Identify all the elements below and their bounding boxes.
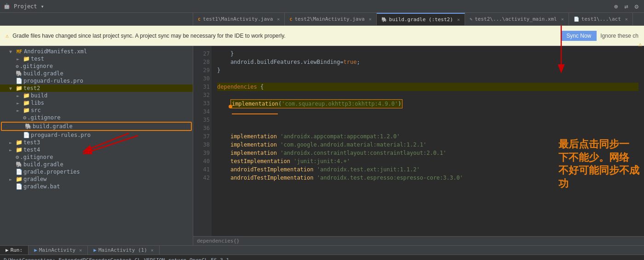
java-file-icon: c <box>289 17 292 22</box>
tree-item-label: proguard-rules.pro <box>31 132 91 138</box>
bottom-tab-label: MainActivity <box>39 247 75 253</box>
tree-item-test3-folder[interactable]: ► 📁 test3 <box>0 139 193 146</box>
code-line-material: implementation 'com.google.android.mater… <box>217 141 638 149</box>
code-editor: 27 28 29 30 31 32 33 34 35 36 37 38 39 4… <box>193 46 644 245</box>
sync-icon[interactable]: ⇄ <box>622 2 630 11</box>
chevron-icon: ▼ <box>9 86 15 91</box>
code-line <box>217 91 638 99</box>
tree-item-build-gradle-global[interactable]: 🐘 build.gradle <box>0 161 193 168</box>
chevron-icon: ► <box>17 93 22 98</box>
bottom-tab-run[interactable]: ▶ Run: <box>0 246 29 254</box>
close-tab-icon[interactable]: ✕ <box>457 17 460 22</box>
tab-label: test2\MainActivity.java <box>294 16 364 22</box>
tree-item-build-gradle-test2[interactable]: 🐘 build.gradle <box>1 122 192 131</box>
tab-bar: c test1\MainActivity.java ✕ c test2\Main… <box>0 13 644 26</box>
tree-item-label: test <box>31 56 44 62</box>
folder-icon: 📁 <box>16 176 23 182</box>
tree-item-test4-folder[interactable]: ► 📁 test4 <box>0 146 193 153</box>
tree-item-label: build.gradle <box>23 161 63 168</box>
tab-label: test1\...\act <box>581 16 621 22</box>
tree-item-gitignore-root[interactable]: ⚙ .gitignore <box>0 62 193 70</box>
dropdown-arrow: ▾ <box>41 3 44 10</box>
code-line <box>217 74 638 83</box>
close-tab-icon[interactable]: ✕ <box>369 17 372 22</box>
code-line-espresso: androidTestImplementation 'androidx.test… <box>217 174 638 182</box>
code-line: } <box>217 66 638 74</box>
pro-file-icon: 📄 <box>23 132 30 138</box>
ignore-button[interactable]: Ignore these ch <box>600 33 638 39</box>
run-config-icon: ▶ <box>34 247 37 253</box>
breadcrumb-text: dependencies{} <box>197 238 240 244</box>
tree-item-gradlew[interactable]: ► 📁 gradlew <box>0 175 193 183</box>
code-line: android.buildFeatures.viewBinding=true; <box>217 58 638 66</box>
bottom-log-content: D/HostConnection: ExtendedRCEncoderConte… <box>0 255 644 260</box>
tree-item-proguard-root[interactable]: 📄 proguard-rules.pro <box>0 77 193 85</box>
tree-item-androidmanifest[interactable]: ▼ MF AndroidManifest.xml <box>0 48 193 55</box>
chevron-icon: ► <box>9 177 15 182</box>
tree-item-build-folder[interactable]: ► 📁 build <box>0 92 193 99</box>
tree-item-label: libs <box>31 100 44 106</box>
close-tab-icon[interactable]: ✕ <box>561 17 564 22</box>
close-tab-icon[interactable]: ✕ <box>277 17 280 22</box>
folder-icon: 📁 <box>16 147 23 153</box>
tree-item-gitignore-global[interactable]: ⚙ .gitignore <box>0 153 193 161</box>
git-icon: ⚙ <box>16 63 19 69</box>
top-bar: 🤖 Project ▾ ⊕ ⇄ ⚙ <box>0 0 644 13</box>
app-logo: 🤖 <box>4 3 10 9</box>
folder-icon: 📁 <box>23 100 30 106</box>
file-tree: ▼ MF AndroidManifest.xml ► 📁 test ⚙ .git… <box>0 46 193 245</box>
log-line-gl: D/HostConnection: ExtendedRCEncoderConte… <box>4 257 640 260</box>
close-tab-icon[interactable]: ✕ <box>625 17 628 22</box>
tree-item-label: test4 <box>23 147 40 153</box>
git-icon: ⚙ <box>23 114 26 121</box>
code-line <box>217 124 638 132</box>
java-file-icon: c <box>198 17 201 22</box>
tree-item-label: .gitignore <box>27 114 60 121</box>
pro-file-icon: 📄 <box>16 78 23 84</box>
tab-build-gradle-test2[interactable]: 🐘 build.gradle (:test2) ✕ <box>377 13 465 25</box>
bottom-tab-bar: ▶ Run: ▶ MainActivity ✕ ▶ MainActivity (… <box>0 246 644 255</box>
sync-now-button[interactable]: Sync Now <box>561 31 597 41</box>
top-icons: ⊕ ⇄ ⚙ <box>612 2 640 11</box>
tab-activity-main-xml[interactable]: ✎ test2\...\activity_main.xml ✕ <box>465 13 569 25</box>
tree-item-libs-folder[interactable]: ► 📁 libs <box>0 99 193 107</box>
tree-item-gradle-properties[interactable]: 📄 gradle.properties <box>0 168 193 175</box>
bottom-tab-mainactivity-1[interactable]: ▶ MainActivity (1) ✕ <box>88 246 160 254</box>
tree-item-gradlew-bat[interactable]: 📄 gradlew.bat <box>0 183 193 190</box>
tab-mainactivity-test2[interactable]: c test2\MainActivity.java ✕ <box>285 13 376 25</box>
tree-item-build-gradle-root[interactable]: 🐘 build.gradle <box>0 70 193 77</box>
tab-label: test2\...\activity_main.xml <box>475 16 557 22</box>
code-area[interactable]: 27 28 29 30 31 32 33 34 35 36 37 38 39 4… <box>193 46 644 236</box>
project-dropdown[interactable]: Project <box>14 3 37 10</box>
sync-banner-text: Gradle files have changed since last pro… <box>12 33 557 39</box>
tree-item-proguard-test2[interactable]: 📄 proguard-rules.pro <box>0 131 193 139</box>
bottom-tab-mainactivity[interactable]: ▶ MainActivity ✕ <box>29 246 88 254</box>
chevron-icon: ► <box>9 140 15 145</box>
tree-item-test[interactable]: ► 📁 test <box>0 55 193 62</box>
tab-label: build.gradle (:test2) <box>389 17 453 23</box>
sync-warning-icon: ⚠ <box>6 33 9 39</box>
tree-item-test2-folder[interactable]: ▼ 📁 test2 <box>0 85 193 92</box>
tab-mainactivity-test1[interactable]: c test1\MainActivity.java ✕ <box>193 13 285 25</box>
gradle-file-icon: 🐘 <box>16 70 23 77</box>
add-module-icon[interactable]: ⊕ <box>612 2 620 11</box>
tree-item-src-folder[interactable]: ► 📁 src <box>0 107 193 114</box>
manifest-icon: MF <box>16 49 23 54</box>
tree-item-label: test3 <box>23 139 40 146</box>
gradle-icon: 🐘 <box>381 17 387 22</box>
tree-item-label: src <box>31 107 41 113</box>
code-line-dependencies: dependencies { <box>217 83 638 91</box>
tree-item-label: proguard-rules.pro <box>23 78 83 84</box>
tree-item-label: .gitignore <box>20 63 53 69</box>
settings-icon[interactable]: ⚙ <box>633 2 640 11</box>
bat-file-icon: 📄 <box>16 183 23 190</box>
folder-icon: 📁 <box>16 139 23 146</box>
tab-test1-act[interactable]: 📄 test1\...\act ✕ <box>569 13 633 25</box>
close-tab-icon[interactable]: ✕ <box>79 248 82 253</box>
code-content[interactable]: } android.buildFeatures.viewBinding=true… <box>212 46 644 236</box>
code-line-junit-android: androidTestImplementation 'androidx.test… <box>217 165 638 174</box>
code-line-junit: testImplementation 'junit:junit:4.+' <box>217 157 638 165</box>
close-tab-icon[interactable]: ✕ <box>151 248 154 253</box>
tree-item-gitignore-test2[interactable]: ⚙ .gitignore <box>0 114 193 121</box>
code-line: } <box>217 50 638 58</box>
